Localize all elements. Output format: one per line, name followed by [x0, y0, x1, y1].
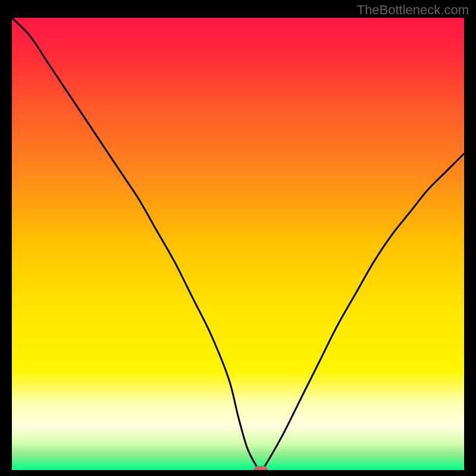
- chart-frame: TheBottleneck.com: [0, 0, 476, 476]
- plot-area: [12, 18, 464, 470]
- gradient-background: [12, 18, 464, 470]
- plot-svg: [12, 18, 464, 470]
- attribution-text: TheBottleneck.com: [357, 2, 469, 18]
- optimal-point-marker: [253, 466, 268, 470]
